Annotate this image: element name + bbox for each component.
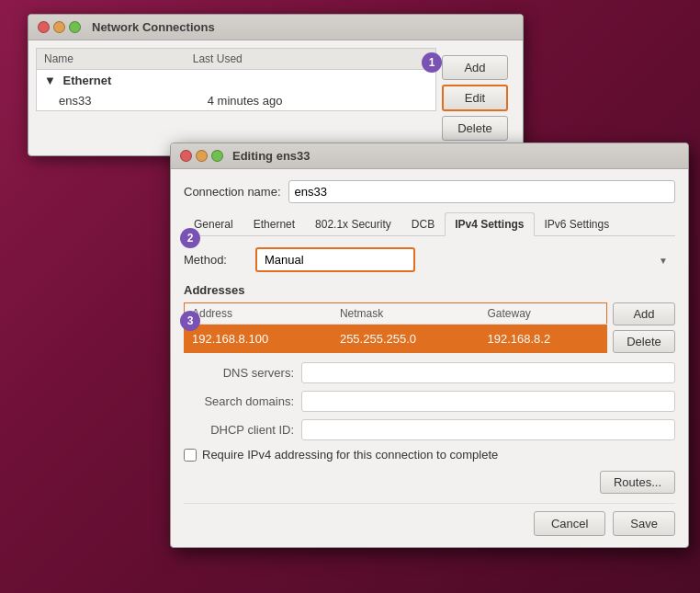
close-button[interactable] — [38, 21, 50, 33]
nc-list-item-ens33[interactable]: ens33 4 minutes ago — [37, 91, 436, 111]
conn-name-input[interactable] — [288, 180, 675, 203]
nc-titlebar: Network Connections — [28, 15, 523, 40]
search-label: Search domains: — [184, 394, 294, 408]
require-ipv4-row: Require IPv4 addressing for this connect… — [184, 448, 675, 462]
save-button[interactable]: Save — [613, 511, 675, 536]
routes-button[interactable]: Routes... — [600, 471, 675, 494]
tab-8021x[interactable]: 802.1x Security — [305, 212, 401, 235]
addresses-header: Addresses — [184, 283, 675, 297]
require-ipv4-checkbox[interactable] — [184, 449, 197, 462]
method-select-wrapper: Manual Automatic (DHCP) Link-Local Only … — [255, 247, 675, 272]
dhcp-input[interactable] — [301, 419, 675, 440]
routes-row: Routes... — [184, 471, 675, 494]
step-badge-2: 2 — [180, 228, 200, 248]
add-addr-button[interactable]: Add — [613, 302, 675, 325]
delete-addr-button[interactable]: Delete — [613, 330, 675, 353]
nc-table-container: Name Last Used ▼ Ethernet ens33 — [36, 48, 436, 148]
select-arrow-icon: ▼ — [659, 255, 668, 265]
edit-titlebar: Editing ens33 — [171, 143, 688, 169]
method-row: Method: Manual Automatic (DHCP) Link-Loc… — [184, 247, 675, 272]
nc-window: Network Connections Name Last Used ▼ — [28, 14, 524, 156]
require-ipv4-label: Require IPv4 addressing for this connect… — [202, 448, 498, 462]
nc-item-last-used: 4 minutes ago — [186, 91, 436, 111]
dns-label: DNS servers: — [184, 366, 294, 380]
tab-ipv6[interactable]: IPv6 Settings — [535, 212, 620, 235]
dhcp-label: DHCP client ID: — [184, 423, 294, 437]
addr-table: Address Netmask Gateway 192.168.8.100 25… — [184, 302, 607, 353]
edit-titlebar-buttons — [180, 150, 223, 162]
addr-cell-netmask: 255.255.255.0 — [333, 325, 480, 353]
edit-close-button[interactable] — [180, 150, 192, 162]
nc-table: Name Last Used ▼ Ethernet ens33 — [36, 48, 436, 111]
conn-name-row: Connection name: — [184, 180, 675, 203]
addr-table-wrapper: Address Netmask Gateway 192.168.8.100 25… — [184, 302, 675, 353]
edit-window-title: Editing ens33 — [232, 149, 310, 163]
tab-ethernet[interactable]: Ethernet — [243, 212, 305, 235]
tab-dcb[interactable]: DCB — [401, 212, 445, 235]
edit-minimize-button[interactable] — [196, 150, 208, 162]
cancel-button[interactable]: Cancel — [534, 511, 605, 536]
delete-connection-button[interactable]: Delete — [442, 116, 508, 141]
addr-buttons: Add Delete — [613, 302, 675, 353]
edit-maximize-button[interactable] — [211, 150, 223, 162]
maximize-button[interactable] — [69, 21, 81, 33]
method-select[interactable]: Manual Automatic (DHCP) Link-Local Only … — [255, 247, 415, 272]
col-netmask: Netmask — [333, 303, 480, 325]
addr-cell-address: 192.168.8.100 — [185, 325, 333, 353]
col-address: Address — [185, 303, 333, 325]
addr-row-selected[interactable]: 192.168.8.100 255.255.255.0 192.168.8.2 — [185, 325, 607, 353]
minimize-button[interactable] — [53, 21, 65, 33]
add-connection-button[interactable]: Add — [442, 55, 508, 80]
nc-buttons: Add Edit Delete — [442, 48, 515, 148]
conn-name-label: Connection name: — [184, 185, 281, 199]
dhcp-row: DHCP client ID: — [184, 419, 675, 440]
edit-connection-button[interactable]: Edit — [442, 85, 508, 111]
ethernet-group-row[interactable]: ▼ Ethernet — [37, 70, 436, 92]
addresses-section: Addresses Address Netmask Gateway 192.16… — [184, 283, 675, 353]
titlebar-buttons — [38, 21, 81, 33]
search-row: Search domains: — [184, 391, 675, 412]
nc-body: Name Last Used ▼ Ethernet ens33 — [28, 40, 523, 155]
nc-window-title: Network Connections — [92, 20, 215, 34]
ethernet-label: ▼ Ethernet — [37, 70, 436, 92]
dns-input[interactable] — [301, 362, 675, 383]
ethernet-arrow-icon: ▼ — [44, 74, 56, 87]
nc-item-name: ens33 — [37, 91, 186, 111]
tab-ipv4[interactable]: IPv4 Settings — [445, 212, 534, 236]
edit-window: Editing ens33 Connection name: General E… — [170, 143, 689, 548]
bottom-buttons: Cancel Save — [184, 503, 675, 536]
step-badge-1: 1 — [422, 52, 442, 73]
dns-row: DNS servers: — [184, 362, 675, 383]
tabs: General Ethernet 802.1x Security DCB IPv… — [184, 212, 675, 236]
col-last-used: Last Used — [186, 49, 436, 70]
step-badge-3: 3 — [180, 311, 200, 331]
search-input[interactable] — [301, 391, 675, 412]
ethernet-text: Ethernet — [63, 74, 112, 87]
addr-cell-gateway: 192.168.8.2 — [480, 325, 607, 353]
method-label: Method: — [184, 253, 248, 267]
nc-table-wrapper: Name Last Used ▼ Ethernet ens33 — [36, 48, 515, 148]
col-gateway: Gateway — [480, 303, 607, 325]
col-name: Name — [37, 49, 186, 70]
edit-body: Connection name: General Ethernet 802.1x… — [171, 169, 688, 547]
